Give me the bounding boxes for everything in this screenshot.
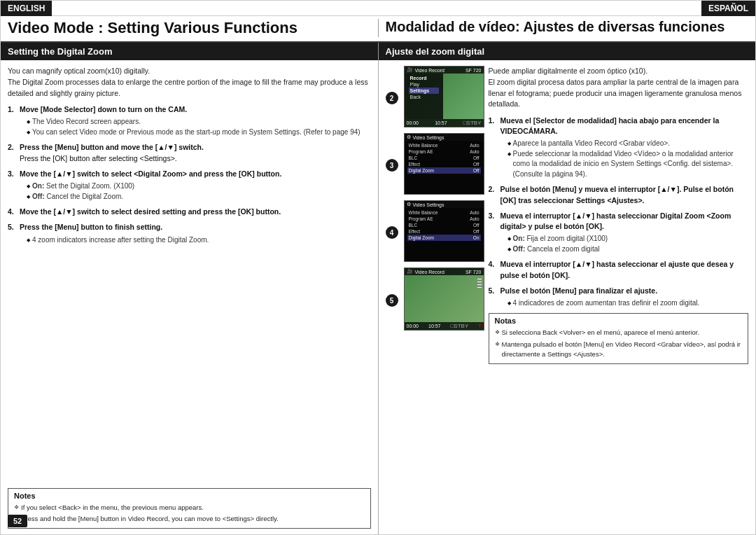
step-right-3: 3. Mueva el interruptor [▲/▼] hasta sele… xyxy=(489,211,749,254)
step-right-2: 2. Pulse el botón [Menu] y mueva el inte… xyxy=(489,184,749,205)
step-right-4: 4. Mueva el interruptor [▲/▼] hasta sele… xyxy=(489,259,749,280)
notes-content-left: If you select <Back> in the menu, the pr… xyxy=(14,503,365,524)
cam-screenshot-4: ⚙Video Settings White BalanceAuto Progra… xyxy=(404,200,484,262)
main-titles: Video Mode : Setting Various Functions M… xyxy=(1,16,755,43)
section-header-left: Setting the Digital Zoom xyxy=(1,43,379,60)
steps-right: 1. Mueva el [Selector de modalidad] haci… xyxy=(489,116,749,308)
step-left-1: 1. Move [Mode Selector] down to turn on … xyxy=(8,104,371,137)
english-text: ENGLISH xyxy=(8,4,45,13)
espanol-text: ESPAÑOL xyxy=(708,4,748,13)
title-right: Modalidad de vídeo: Ajustes de diversas … xyxy=(379,19,756,37)
step-circle-5: 5 xyxy=(386,294,398,307)
right-col-content: 2 🎥Video Record SF 720 Record xyxy=(386,66,749,364)
step-left-2: 2. Press the [Menu] button and move the … xyxy=(8,142,371,163)
content-area: You can magnify optical zoom(x10) digita… xyxy=(1,60,755,534)
step-circle-2: 2 xyxy=(386,92,398,104)
screenshot-2-wrapper: 2 🎥Video Record SF 720 Record xyxy=(386,66,484,130)
cam-screenshot-5: 🎥Video Record SF 720 xyxy=(404,268,484,331)
notes-content-right: Si selecciona Back <Volver> en el menú, … xyxy=(495,328,743,359)
language-bar: ENGLISH ESPAÑOL xyxy=(1,1,755,16)
cam-screenshot-2: 🎥Video Record SF 720 Record Play Setting… xyxy=(404,66,484,127)
notes-label-left: Notes xyxy=(14,492,365,500)
espanol-label: ESPAÑOL xyxy=(701,1,755,16)
step-right-5: 5. Pulse el botón [Menu] para finalizar … xyxy=(489,286,749,309)
step-circle-3: 3 xyxy=(386,159,398,172)
notes-label-right: Notas xyxy=(495,317,743,325)
screenshot-3-wrapper: 3 ⚙Video Settings White BalanceAuto xyxy=(386,133,484,197)
cam-screenshot-3: ⚙Video Settings White BalanceAuto Progra… xyxy=(404,133,484,195)
screenshot-5-wrapper: 5 🎥Video Record SF 720 xyxy=(386,268,484,333)
notes-box-right: Notas Si selecciona Back <Volver> en el … xyxy=(489,313,749,364)
step-left-4: 4. Move the [▲/▼] switch to select desir… xyxy=(8,207,371,217)
intro-right: Puede ampliar digitalmente el zoom óptic… xyxy=(489,66,749,110)
step-left-3: 3. Move the [▲/▼] switch to select <Digi… xyxy=(8,169,371,202)
screenshots-col: 2 🎥Video Record SF 720 Record xyxy=(386,66,484,364)
section-headers: Setting the Digital Zoom Ajuste del zoom… xyxy=(1,43,755,60)
intro-left: You can magnify optical zoom(x10) digita… xyxy=(8,66,371,99)
notes-box-left: Notes If you select <Back> in the menu, … xyxy=(8,488,371,529)
step-circle-4: 4 xyxy=(386,226,398,239)
col-left: You can magnify optical zoom(x10) digita… xyxy=(1,60,379,534)
english-label: ENGLISH xyxy=(1,1,52,16)
screenshot-4-wrapper: 4 ⚙Video Settings White BalanceAuto xyxy=(386,200,484,265)
col-right: 2 🎥Video Record SF 720 Record xyxy=(379,60,756,534)
title-left: Video Mode : Setting Various Functions xyxy=(1,19,379,37)
step-right-1: 1. Mueva el [Selector de modalidad] haci… xyxy=(489,116,749,179)
right-steps-text: Puede ampliar digitalmente el zoom óptic… xyxy=(489,66,749,364)
page-number: 52 xyxy=(8,515,27,527)
step-left-5: 5. Press the [Menu] button to finish set… xyxy=(8,222,371,245)
steps-left: 1. Move [Mode Selector] down to turn on … xyxy=(8,104,371,483)
section-header-right: Ajuste del zoom digital xyxy=(379,43,756,60)
